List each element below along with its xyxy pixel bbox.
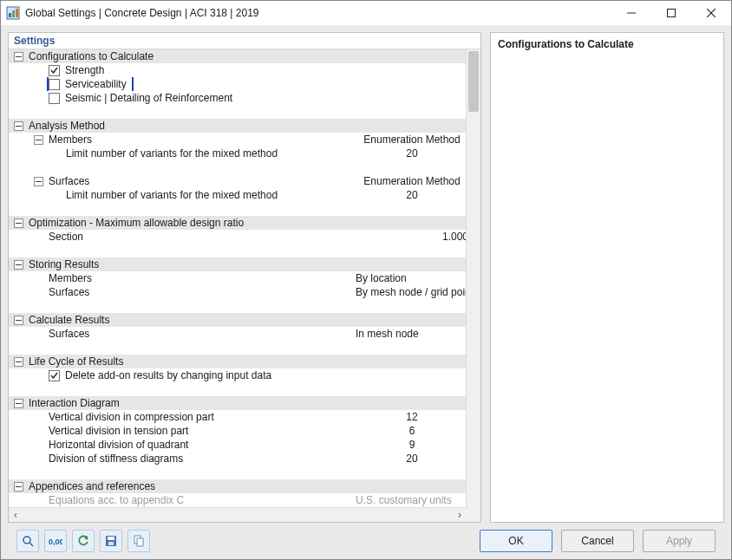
section-lifecycle[interactable]: Life Cycle of Results [9, 355, 467, 368]
cancel-button[interactable]: Cancel [561, 530, 634, 552]
value-stiff[interactable]: 20 [356, 452, 467, 466]
section-title: Life Cycle of Results [29, 355, 376, 368]
label-members: Members [49, 133, 92, 147]
collapse-icon[interactable] [34, 135, 43, 145]
checkbox-serviceability[interactable] [49, 79, 60, 90]
tool-refresh-button[interactable] [72, 530, 95, 552]
row-members-limit[interactable]: Limit number of variants for the mixed m… [9, 147, 467, 160]
label-storing-surfaces: Surfaces [49, 285, 89, 299]
section-storing[interactable]: Storing Results [9, 257, 467, 271]
section-appendices[interactable]: Appendices and references [9, 479, 467, 493]
section-title: Optimization - Maximum allowable design … [29, 216, 376, 230]
value-calc-surfaces[interactable]: In mesh node [356, 327, 467, 341]
titlebar: Global Settings | Concrete Design | ACI … [1, 1, 731, 25]
checkbox-strength[interactable] [49, 65, 60, 76]
value-surfaces[interactable]: Enumeration Method [356, 174, 467, 188]
close-button[interactable] [691, 1, 731, 25]
value-storing-surfaces[interactable]: By mesh node / grid point [356, 285, 467, 299]
minimize-button[interactable] [611, 1, 651, 25]
collapse-icon[interactable] [14, 399, 23, 408]
section-configs[interactable]: Configurations to Calculate [9, 49, 467, 63]
value-hquad[interactable]: 9 [356, 438, 467, 452]
scroll-right-icon[interactable]: › [453, 508, 467, 522]
global-settings-window: Global Settings | Concrete Design | ACI … [0, 0, 732, 560]
cancel-button-label: Cancel [581, 535, 613, 547]
section-interaction[interactable]: Interaction Diagram [9, 396, 467, 410]
apply-button[interactable]: Apply [643, 530, 716, 552]
row-serviceability[interactable]: Serviceability [9, 77, 467, 91]
row-seismic[interactable]: Seismic | Detailing of Reinforcement [9, 91, 467, 105]
value-members[interactable]: Enumeration Method [356, 133, 467, 147]
maximize-button[interactable] [651, 1, 691, 25]
svg-rect-24 [108, 542, 114, 545]
row-storing-members[interactable]: Members By location [9, 271, 467, 285]
label-surfaces: Surfaces [49, 174, 89, 188]
row-appendix-eq[interactable]: Equations acc. to appendix C U.S. custom… [9, 493, 467, 507]
window-title: Global Settings | Concrete Design | ACI … [25, 7, 259, 19]
collapse-icon[interactable] [14, 482, 23, 492]
apply-button-label: Apply [666, 535, 692, 547]
section-title: Calculate Results [29, 313, 376, 327]
value-vcomp[interactable]: 12 [356, 410, 467, 424]
ok-button-label: OK [508, 535, 523, 547]
footer: 0,00 OK Cancel Apply [8, 523, 724, 559]
svg-line-19 [29, 543, 33, 546]
row-surfaces-am[interactable]: Surfaces Enumeration Method [9, 174, 467, 188]
details-pane: Configurations to Calculate [490, 32, 724, 523]
svg-rect-2 [12, 10, 15, 17]
ok-button[interactable]: OK [480, 530, 552, 552]
tool-save-button[interactable] [100, 530, 122, 552]
collapse-icon[interactable] [34, 177, 43, 186]
row-members[interactable]: Members Enumeration Method [9, 133, 467, 147]
row-hquad[interactable]: Horizontal division of quadrant 9 [9, 438, 467, 452]
tool-copy-button[interactable] [127, 530, 150, 552]
app-icon [6, 6, 20, 20]
svg-rect-1 [9, 13, 11, 17]
label-serviceability: Serviceability [65, 77, 127, 91]
collapse-icon[interactable] [14, 316, 23, 325]
row-strength[interactable]: Strength [9, 63, 467, 77]
collapse-icon[interactable] [14, 52, 23, 62]
svg-rect-5 [668, 10, 676, 17]
value-appendix-eq[interactable]: U.S. customary units [356, 493, 467, 507]
row-delete-addon[interactable]: Delete add-on results by changing input … [9, 368, 467, 382]
value-surfaces-limit[interactable]: 20 [356, 188, 467, 202]
label-storing-members: Members [49, 271, 92, 285]
horizontal-scrollbar[interactable]: ‹ › [9, 507, 467, 522]
collapse-icon[interactable] [14, 218, 23, 228]
row-vcomp[interactable]: Vertical division in compression part 12 [9, 410, 467, 424]
row-storing-surfaces[interactable]: Surfaces By mesh node / grid point [9, 285, 467, 299]
label-strength: Strength [65, 63, 104, 77]
vertical-scrollbar[interactable] [466, 49, 480, 508]
settings-tree[interactable]: Configurations to Calculate Strength [9, 49, 467, 508]
collapse-icon[interactable] [14, 121, 23, 131]
svg-rect-3 [16, 9, 18, 17]
row-calc-surfaces[interactable]: Surfaces In mesh node [9, 327, 467, 341]
tool-units-button[interactable]: 0,00 [44, 530, 67, 552]
details-header: Configurations to Calculate [498, 36, 716, 52]
checkbox-delete-addon[interactable] [49, 370, 60, 381]
label-surfaces-limit: Limit number of variants for the mixed m… [66, 188, 278, 202]
label-appendix-eq: Equations acc. to appendix C [49, 493, 184, 507]
value-section[interactable]: 1.000 [356, 230, 467, 244]
collapse-icon[interactable] [14, 260, 23, 270]
checkbox-seismic[interactable] [49, 93, 60, 104]
section-title: Configurations to Calculate [29, 49, 376, 63]
value-members-limit[interactable]: 20 [356, 147, 467, 160]
tool-find-button[interactable] [16, 530, 39, 552]
scroll-left-icon[interactable]: ‹ [9, 508, 23, 522]
section-optimization[interactable]: Optimization - Maximum allowable design … [9, 216, 467, 230]
value-vten[interactable]: 6 [356, 424, 467, 438]
label-delete-addon: Delete add-on results by changing input … [65, 368, 271, 382]
label-vten: Vertical division in tension part [49, 424, 188, 438]
row-section[interactable]: Section 1.000 -- [9, 230, 467, 244]
section-calculate[interactable]: Calculate Results [9, 313, 467, 327]
row-surfaces-limit[interactable]: Limit number of variants for the mixed m… [9, 188, 467, 202]
row-vten[interactable]: Vertical division in tension part 6 [9, 424, 467, 438]
section-title: Appendices and references [29, 479, 376, 493]
value-storing-members[interactable]: By location [356, 271, 467, 285]
collapse-icon[interactable] [14, 357, 23, 367]
label-section: Section [49, 230, 83, 244]
section-analysis[interactable]: Analysis Method [9, 119, 467, 133]
row-stiff[interactable]: Division of stiffness diagrams 20 [9, 452, 467, 466]
